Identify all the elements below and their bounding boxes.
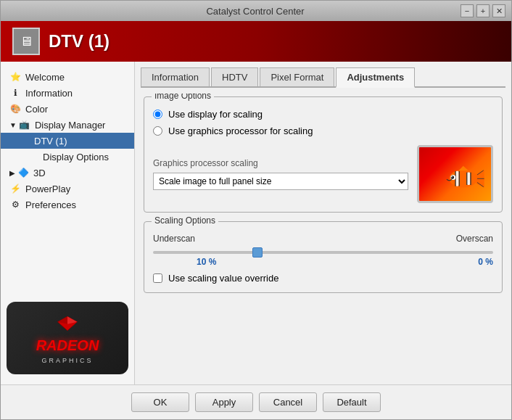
display-options-icon: [27, 151, 38, 162]
window-controls: − + ✕: [461, 4, 505, 17]
image-options-title: Image Options: [152, 94, 214, 101]
tab-adjustments[interactable]: Adjustments: [336, 67, 415, 88]
radio-use-display[interactable]: [153, 110, 162, 119]
sidebar-item-preferences[interactable]: ⚙ Preferences: [1, 197, 134, 213]
header-icon: 🖥: [12, 28, 40, 55]
sidebar-label-display-manager: Display Manager: [35, 120, 106, 131]
scaling-override-checkbox[interactable]: [153, 273, 162, 283]
scaling-options-group: Scaling Options Underscan Overscan 10 % …: [144, 221, 503, 293]
preferences-icon: ⚙: [9, 199, 21, 210]
radio-use-gpu[interactable]: [153, 126, 162, 136]
color-icon: 🎨: [9, 103, 21, 115]
underscan-slider[interactable]: [153, 251, 493, 254]
sidebar-label-information: Information: [25, 88, 73, 99]
3d-expand-icon: ▶: [9, 169, 15, 177]
sidebar-item-display-options[interactable]: Display Options: [1, 149, 134, 165]
sidebar-label-dtv1: DTV (1): [34, 136, 67, 147]
right-panel: Information HDTV Pixel Format Adjustment…: [135, 62, 511, 384]
fish-image: [437, 157, 487, 197]
dtv1-icon: [18, 135, 30, 147]
expand-icon: ▼: [9, 121, 17, 129]
sidebar-item-3d[interactable]: ▶ 🔷 3D: [1, 165, 134, 181]
default-button[interactable]: Default: [323, 392, 381, 412]
apply-button[interactable]: Apply: [195, 392, 253, 412]
radeon-sub-text: GRAPHICS: [41, 357, 93, 364]
scaling-options-title: Scaling Options: [152, 215, 218, 226]
slider-labels: Underscan Overscan: [153, 234, 493, 244]
display-manager-icon: 📺: [19, 119, 30, 131]
tab-hdtv[interactable]: HDTV: [211, 67, 258, 86]
fish-preview: [417, 145, 493, 203]
scaling-select[interactable]: Scale image to full panel size Maintain …: [153, 173, 408, 190]
sidebar-label-preferences: Preferences: [25, 199, 76, 210]
slider-section: Underscan Overscan 10 % 0 % Use scaling …: [153, 234, 493, 284]
sidebar-label-powerplay: PowerPlay: [25, 184, 70, 194]
svg-rect-7: [459, 171, 460, 186]
svg-rect-9: [470, 173, 471, 186]
sidebar-label-3d: 3D: [33, 168, 46, 178]
window-title: Catalyst Control Center: [50, 6, 461, 17]
sidebar-item-welcome[interactable]: ⭐ Welcome: [1, 69, 134, 85]
powerplay-icon: ⚡: [9, 183, 21, 194]
close-button[interactable]: ✕: [492, 4, 505, 17]
radeon-brand-text: RADEON: [36, 337, 99, 354]
sidebar-label-display-options: Display Options: [43, 152, 109, 162]
header-title: DTV (1): [49, 31, 110, 52]
underscan-label: Underscan: [153, 234, 195, 244]
sidebar: ⭐ Welcome ℹ Information 🎨 Color ▼ 📺 Disp…: [1, 62, 135, 384]
underscan-value: 10 %: [197, 257, 216, 267]
scaling-select-row: Graphics processor scaling Scale image t…: [153, 145, 493, 203]
svg-point-16: [451, 176, 453, 178]
radio-use-gpu-label[interactable]: Use graphics processor for scaling: [168, 125, 313, 136]
svg-rect-5: [467, 173, 470, 186]
tab-bar: Information HDTV Pixel Format Adjustment…: [141, 67, 505, 88]
ok-button[interactable]: OK: [131, 392, 189, 412]
monitor-icon: 🖥: [20, 34, 33, 49]
welcome-icon: ⭐: [9, 71, 21, 83]
svg-rect-4: [455, 171, 458, 186]
information-icon: ℹ: [9, 87, 21, 99]
sidebar-item-information[interactable]: ℹ Information: [1, 85, 134, 101]
svg-rect-8: [466, 173, 467, 186]
scaling-override-label[interactable]: Use scaling value override: [168, 273, 278, 284]
header-banner: 🖥 DTV (1): [1, 21, 511, 62]
overscan-label: Overscan: [456, 234, 493, 244]
sidebar-label-color: Color: [25, 104, 48, 115]
slider-values: 10 % 0 %: [153, 257, 493, 267]
sidebar-label-welcome: Welcome: [25, 72, 65, 83]
scaling-select-label: Graphics processor scaling: [153, 158, 408, 168]
radeon-logo: RADEON GRAPHICS: [7, 302, 128, 374]
radio-row-gpu: Use graphics processor for scaling: [153, 125, 493, 136]
svg-marker-17: [459, 166, 468, 170]
sidebar-item-powerplay[interactable]: ⚡ PowerPlay: [1, 181, 134, 197]
overscan-value: 0 %: [478, 257, 493, 267]
titlebar: Catalyst Control Center − + ✕: [1, 1, 511, 21]
bottom-bar: OK Apply Cancel Default: [1, 384, 511, 419]
maximize-button[interactable]: +: [476, 4, 490, 17]
tab-information[interactable]: Information: [141, 67, 210, 86]
sidebar-nav: ⭐ Welcome ℹ Information 🎨 Color ▼ 📺 Disp…: [1, 66, 134, 215]
3d-icon: 🔷: [17, 167, 29, 178]
radio-use-display-label[interactable]: Use display for scaling: [168, 109, 263, 120]
svg-point-15: [451, 176, 454, 178]
minimize-button[interactable]: −: [461, 4, 474, 17]
sidebar-item-dtv1[interactable]: DTV (1): [1, 133, 134, 149]
main-window: Catalyst Control Center − + ✕ 🖥 DTV (1) …: [0, 0, 512, 420]
radeon-gem-icon: [57, 313, 78, 334]
sidebar-item-display-manager[interactable]: ▼ 📺 Display Manager: [1, 117, 134, 133]
content-area: Image Options Use display for scaling Us…: [141, 94, 505, 379]
tab-pixel-format[interactable]: Pixel Format: [260, 67, 334, 86]
radio-row-display: Use display for scaling: [153, 109, 493, 120]
cancel-button[interactable]: Cancel: [259, 392, 317, 412]
sidebar-item-color[interactable]: 🎨 Color: [1, 101, 134, 117]
main-content: ⭐ Welcome ℹ Information 🎨 Color ▼ 📺 Disp…: [1, 62, 511, 384]
image-options-group: Image Options Use display for scaling Us…: [144, 96, 503, 213]
checkbox-row: Use scaling value override: [153, 273, 493, 284]
